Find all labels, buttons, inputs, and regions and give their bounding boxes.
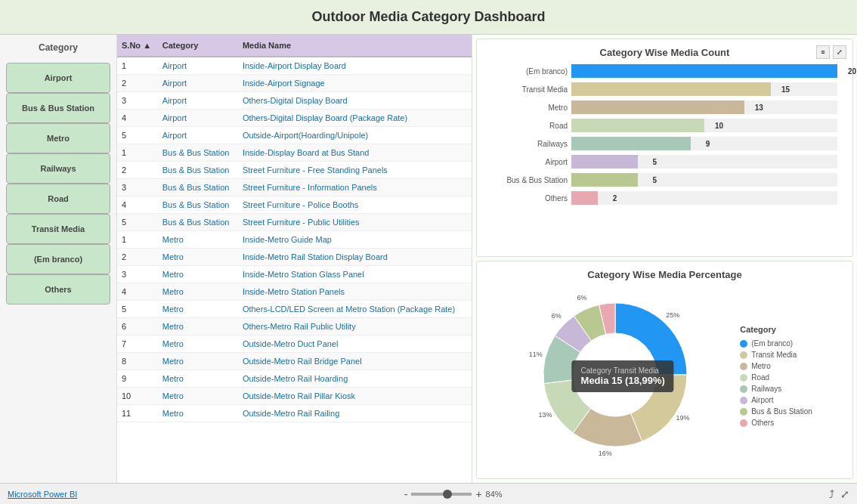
bar-fill: 2 xyxy=(571,191,598,205)
cell-media[interactable]: Inside-Display Board at Bus Stand xyxy=(238,144,472,162)
bar-label: Metro xyxy=(492,104,568,112)
bar-track: 2 xyxy=(571,191,837,205)
table-row[interactable]: 3MetroInside-Metro Station Glass Panel xyxy=(117,266,472,283)
table-row[interactable]: 3Bus & Bus StationStreet Furniture - Inf… xyxy=(117,179,472,196)
bar-value: 10 xyxy=(715,122,723,130)
cell-category[interactable]: Metro xyxy=(158,301,238,318)
cell-media[interactable]: Street Furniture - Free Standing Panels xyxy=(238,162,472,179)
table-row[interactable]: 8MetroOutside-Metro Rail Bridge Panel xyxy=(117,353,472,370)
cell-category[interactable]: Bus & Bus Station xyxy=(158,144,238,162)
cell-sno: 1 xyxy=(117,231,158,249)
cell-category[interactable]: Metro xyxy=(158,318,238,335)
cell-category[interactable]: Airport xyxy=(158,127,238,144)
legend-dot-7 xyxy=(740,419,747,427)
table-row[interactable]: 2AirportInside-Airport Signage xyxy=(117,75,472,92)
zoom-minus[interactable]: - xyxy=(404,488,408,500)
legend-item-4: Railways xyxy=(740,385,812,393)
cell-media[interactable]: Inside-Metro Guide Map xyxy=(238,231,472,249)
table-row[interactable]: 5AirportOutside-Airport(Hoarding/Unipole… xyxy=(117,127,472,144)
cell-media[interactable]: Others-LCD/LED Screen at Metro Station (… xyxy=(238,301,472,318)
legend-dot-2 xyxy=(740,363,747,370)
cell-category[interactable]: Metro xyxy=(158,231,238,249)
bar-fill: 9 xyxy=(571,137,691,150)
table-row[interactable]: 2Bus & Bus StationStreet Furniture - Fre… xyxy=(117,162,472,179)
cell-category[interactable]: Metro xyxy=(158,283,238,301)
cell-media[interactable]: Inside-Metro Station Glass Panel xyxy=(238,266,472,283)
sidebar-btn-road[interactable]: Road xyxy=(6,184,110,214)
cell-category[interactable]: Metro xyxy=(158,266,238,283)
cell-media[interactable]: Outside-Metro Rail Pillar Kiosk xyxy=(238,388,472,405)
table-row[interactable]: 4MetroInside-Metro Station Panels xyxy=(117,283,472,301)
cell-category[interactable]: Airport xyxy=(158,57,238,75)
zoom-plus[interactable]: + xyxy=(475,488,481,500)
cell-media[interactable]: Outside-Metro Rail Railing xyxy=(238,405,472,422)
cell-sno: 4 xyxy=(117,110,158,127)
donut-legend: Category (Em branco)Transit MediaMetroRo… xyxy=(740,325,812,427)
share-icon[interactable]: ⤴ xyxy=(829,488,834,500)
cell-sno: 4 xyxy=(117,283,158,301)
cell-media[interactable]: Inside-Airport Display Board xyxy=(238,57,472,75)
cell-category[interactable]: Metro xyxy=(158,405,238,422)
table-row[interactable]: 4AirportOthers-Digital Display Board (Pa… xyxy=(117,110,472,127)
content-area: Category AirportBus & Bus StationMetroRa… xyxy=(0,35,857,483)
chart-icon-lines[interactable]: ≡ xyxy=(816,45,830,59)
cell-category[interactable]: Metro xyxy=(158,388,238,405)
cell-media[interactable]: Others-Digital Display Board xyxy=(238,92,472,110)
cell-media[interactable]: Outside-Metro Rail Hoarding xyxy=(238,370,472,388)
sidebar-btn-others[interactable]: Others xyxy=(6,274,110,305)
cell-media[interactable]: Others-Metro Rail Public Utility xyxy=(238,318,472,335)
table-row[interactable]: 11MetroOutside-Metro Rail Railing xyxy=(117,405,472,422)
cell-category[interactable]: Metro xyxy=(158,370,238,388)
cell-media[interactable]: Others-Digital Display Board (Package Ra… xyxy=(238,110,472,127)
sidebar-btn-em-branco[interactable]: (Em branco) xyxy=(6,244,110,274)
cell-media[interactable]: Outside-Metro Duct Panel xyxy=(238,335,472,353)
cell-sno: 4 xyxy=(117,196,158,214)
fullscreen-icon[interactable]: ⤢ xyxy=(840,488,849,500)
cell-media[interactable]: Outside-Airport(Hoarding/Unipole) xyxy=(238,127,472,144)
cell-category[interactable]: Metro xyxy=(158,335,238,353)
legend-label-0: (Em branco) xyxy=(751,339,793,348)
table-row[interactable]: 1Bus & Bus StationInside-Display Board a… xyxy=(117,144,472,162)
col-category[interactable]: Category xyxy=(158,35,238,57)
table-row[interactable]: 2MetroInside-Metro Rail Station Display … xyxy=(117,249,472,266)
sidebar-btn-railways[interactable]: Railways xyxy=(6,153,110,184)
table-row[interactable]: 5Bus & Bus StationStreet Furniture - Pub… xyxy=(117,214,472,231)
sidebar-btn-bus[interactable]: Bus & Bus Station xyxy=(6,93,110,123)
zoom-slider[interactable] xyxy=(411,493,472,496)
cell-category[interactable]: Bus & Bus Station xyxy=(158,214,238,231)
cell-category[interactable]: Bus & Bus Station xyxy=(158,179,238,196)
sidebar-btn-metro[interactable]: Metro xyxy=(6,123,110,153)
table-row[interactable]: 9MetroOutside-Metro Rail Hoarding xyxy=(117,370,472,388)
cell-media[interactable]: Inside-Metro Station Panels xyxy=(238,283,472,301)
cell-category[interactable]: Airport xyxy=(158,75,238,92)
powerbi-link[interactable]: Microsoft Power BI xyxy=(8,490,77,499)
table-row[interactable]: 1MetroInside-Metro Guide Map xyxy=(117,231,472,249)
sidebar-btn-transit[interactable]: Transit Media xyxy=(6,214,110,244)
cell-media[interactable]: Inside-Metro Rail Station Display Board xyxy=(238,249,472,266)
table-row[interactable]: 1AirportInside-Airport Display Board xyxy=(117,57,472,75)
table-row[interactable]: 6MetroOthers-Metro Rail Public Utility xyxy=(117,318,472,335)
bottom-icons: ⤴ ⤢ xyxy=(829,488,849,500)
table-row[interactable]: 7MetroOutside-Metro Duct Panel xyxy=(117,335,472,353)
cell-category[interactable]: Bus & Bus Station xyxy=(158,196,238,214)
cell-category[interactable]: Airport xyxy=(158,92,238,110)
cell-media[interactable]: Street Furniture - Information Panels xyxy=(238,179,472,196)
cell-category[interactable]: Airport xyxy=(158,110,238,127)
cell-media[interactable]: Street Furniture - Police Booths xyxy=(238,196,472,214)
cell-category[interactable]: Metro xyxy=(158,353,238,370)
table-row[interactable]: 5MetroOthers-LCD/LED Screen at Metro Sta… xyxy=(117,301,472,318)
cell-category[interactable]: Metro xyxy=(158,249,238,266)
table-row[interactable]: 10MetroOutside-Metro Rail Pillar Kiosk xyxy=(117,388,472,405)
chart-icon-expand[interactable]: ⤢ xyxy=(833,45,846,59)
sidebar-btn-airport[interactable]: Airport xyxy=(6,63,110,93)
dashboard-title: Outdoor Media Category Dashboard xyxy=(311,9,545,24)
cell-media[interactable]: Outside-Metro Rail Bridge Panel xyxy=(238,353,472,370)
cell-media[interactable]: Inside-Airport Signage xyxy=(238,75,472,92)
col-sno[interactable]: S.No ▲ xyxy=(117,35,158,57)
cell-category[interactable]: Bus & Bus Station xyxy=(158,162,238,179)
col-media[interactable]: Media Name xyxy=(238,35,472,57)
table-scroll[interactable]: S.No ▲ Category Media Name 1AirportInsid… xyxy=(117,35,472,483)
table-row[interactable]: 4Bus & Bus StationStreet Furniture - Pol… xyxy=(117,196,472,214)
cell-media[interactable]: Street Furniture - Public Utilities xyxy=(238,214,472,231)
table-row[interactable]: 3AirportOthers-Digital Display Board xyxy=(117,92,472,110)
